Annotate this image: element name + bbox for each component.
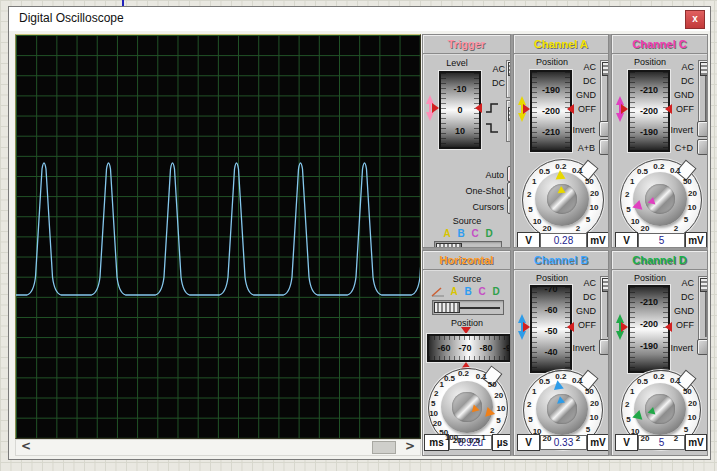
trigger-source-slider[interactable] (434, 241, 502, 248)
trigger-edge-switch[interactable] (506, 100, 511, 142)
wheel-scale-value: 0 (441, 105, 479, 115)
scrollbar-thumb[interactable] (372, 441, 396, 454)
knob-scale-value: 0.2 (555, 162, 566, 171)
knob-scale-value: 200 (453, 436, 466, 445)
horizontal-source-slider[interactable] (432, 300, 504, 315)
source-a-label[interactable]: A (448, 286, 460, 297)
knob-scale-value: 0.2 (458, 369, 469, 378)
auto-button[interactable] (507, 166, 511, 182)
source-c-label[interactable]: C (476, 286, 488, 297)
waveform-plot (16, 35, 420, 438)
gain-value-input[interactable]: 5 (638, 233, 685, 248)
cursors-button[interactable] (507, 198, 511, 214)
knob-scale-value: 50 (585, 386, 594, 395)
knob-scale-value: 1 (532, 387, 536, 396)
close-button[interactable]: x (685, 10, 705, 29)
coupling-dc-label: DC (475, 78, 505, 88)
wheel-scale-value: -10 (441, 84, 479, 94)
coupling-ac-label: AC (566, 278, 596, 288)
invert-label: Invert (636, 125, 693, 135)
knob-scale-value: 2 (576, 223, 580, 232)
source-b-label[interactable]: B (462, 286, 474, 297)
source-b-label[interactable]: B (455, 228, 467, 239)
source-a-label[interactable]: A (441, 228, 453, 239)
unit-volts: V (517, 232, 540, 248)
invert-button[interactable] (599, 121, 609, 137)
sum-ab-label: A+B (538, 143, 595, 153)
coupling-switch[interactable] (698, 60, 708, 124)
gain-knob[interactable] (535, 172, 589, 226)
knob-scale-value: 10 (533, 216, 542, 225)
sum-cd-button[interactable] (697, 139, 708, 155)
coupling-switch[interactable] (600, 276, 609, 340)
one-shot-button[interactable] (507, 182, 511, 198)
coupling-dc-label: DC (664, 76, 694, 86)
source-d-label[interactable]: D (483, 228, 495, 239)
invert-button[interactable] (697, 121, 708, 137)
wheel-scale-value: -200 (630, 106, 668, 116)
trigger-coupling-switch[interactable] (506, 60, 511, 98)
wheel-scale-value: 10 (441, 126, 479, 136)
knob-scale-value: 20 (641, 434, 650, 443)
coupling-gnd-label: GND (664, 90, 694, 100)
knob-scale-value: 10 (590, 412, 599, 421)
scroll-left-icon[interactable]: < (18, 440, 34, 453)
gain-knob[interactable] (634, 383, 686, 435)
scroll-right-icon[interactable]: > (402, 440, 418, 453)
gain-knob-block: V 0.28 mV 0.50.20.1125102050201052 (517, 155, 607, 248)
invert-button[interactable] (697, 339, 708, 355)
knob-scale-value: 0.2 (653, 372, 664, 381)
knob-scale-value: 0.5 (637, 377, 648, 386)
panel-title: Trigger (423, 35, 510, 55)
channel-a-panel: Channel A Position -190-200-210 AC DC GN… (513, 34, 609, 248)
knob-pointer (553, 380, 564, 390)
knob-scale-value: 0.5 (637, 167, 648, 176)
gain-value-input[interactable]: 0.28 (540, 233, 587, 248)
display-scrollbar[interactable]: < > (15, 439, 421, 456)
one-shot-label: One-Shot (447, 186, 504, 196)
gain-knob[interactable] (536, 383, 588, 435)
coupling-off-label: OFF (664, 104, 694, 114)
knob-scale-value: 0.2 (653, 162, 664, 171)
scope-display (15, 34, 421, 439)
invert-button[interactable] (599, 339, 609, 355)
wheel-scale-value: -80 (475, 343, 497, 353)
knob-scale-value: 50 (488, 380, 497, 389)
timebase-knob[interactable] (441, 381, 493, 433)
knob-scale-value: 20 (543, 224, 552, 233)
auto-label: Auto (447, 170, 504, 180)
channel-c-panel: Channel C Position -210-200-190 AC DC GN… (611, 34, 708, 248)
knob-scale-value: 0.2 (555, 372, 566, 381)
sum-ab-button[interactable] (599, 139, 609, 155)
knob-scale-value: 2 (576, 433, 580, 442)
window-content: < > Trigger Level -10010 AC DC (9, 31, 710, 459)
knob-scale-value: 1 (532, 177, 536, 186)
wheel-marker-icon (475, 103, 482, 113)
panel-title: Channel C (612, 35, 707, 55)
horizontal-position-wheel[interactable]: -60-70-80-9 (427, 334, 511, 362)
coupling-switch[interactable] (698, 276, 708, 340)
gain-knob-block: V 0.33 mV 0.50.20.1125102050201052 (517, 369, 607, 451)
rising-edge-icon (485, 103, 500, 114)
source-d-label[interactable]: D (490, 286, 502, 297)
oscilloscope-window: Digital Oscilloscope x < > Trigger Level… (8, 6, 711, 460)
coupling-ac-label: AC (664, 278, 694, 288)
knob-scale-value: 20 (590, 189, 599, 198)
coupling-ac-label: AC (475, 64, 505, 74)
knob-scale-value: 10 (631, 426, 640, 435)
knob-scale-value: 1 (630, 177, 634, 186)
knob-scale-value: 0.5 (469, 436, 480, 445)
knob-scale-value: 5 (684, 215, 688, 224)
coupling-switch[interactable] (600, 60, 609, 124)
knob-scale-value: 10 (533, 426, 542, 435)
knob-scale-value: 10 (688, 412, 697, 421)
source-c-label[interactable]: C (469, 228, 481, 239)
knob-scale-value: 20 (494, 390, 503, 399)
title-bar[interactable]: Digital Oscilloscope x (9, 7, 710, 32)
coupling-dc-label: DC (664, 292, 694, 302)
knob-scale-value: 5 (528, 414, 532, 423)
cursors-label: Cursors (447, 202, 504, 212)
invert-label: Invert (538, 125, 595, 135)
knob-scale-value: 10 (631, 216, 640, 225)
gain-knob[interactable] (633, 172, 687, 226)
